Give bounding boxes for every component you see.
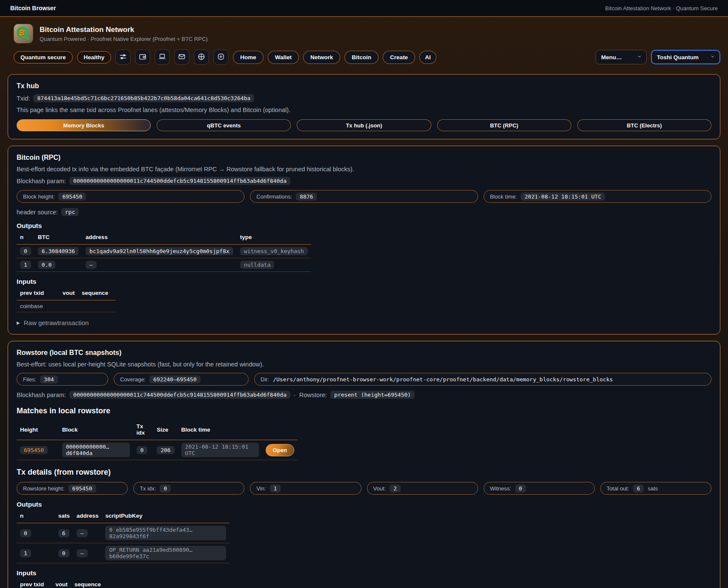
mail-button[interactable] [174, 49, 189, 65]
nav-home[interactable]: Home [233, 51, 264, 64]
dir-value: /Users/anthony/proofnet-browser-work/pro… [273, 375, 616, 383]
rowstore-outputs-heading: Outputs [17, 501, 711, 508]
wallet-button[interactable] [135, 49, 150, 65]
laptop-icon [158, 52, 166, 62]
sliders-icon [119, 52, 127, 62]
dir-pill: Dir: /Users/anthony/proofnet-browser-wor… [254, 373, 711, 386]
bitcoin-rpc-title: Bitcoin (RPC) [17, 154, 711, 161]
table-row: 0 6 — 0 eb585e955f9bff43defa43…82a929843… [17, 523, 229, 543]
files-value: 304 [40, 375, 57, 383]
page-title: Bitcoin Attestation Network [40, 26, 208, 34]
rpc-outputs-table: n BTC address type 0 6.30840936 bc1qadv9… [17, 231, 311, 272]
match-height: 695450 [20, 446, 48, 454]
blockhash-label: Blockhash param: [17, 392, 66, 398]
tab-btc-rpc[interactable]: BTC (RPC) [437, 119, 571, 131]
app-header: ₿ Bitcoin Attestation Network Quantum Po… [14, 24, 720, 43]
nav-wallet[interactable]: Wallet [268, 51, 299, 64]
rowstore-status-value: present (height=695450) [330, 391, 415, 399]
block-time-pill: Block time: 2021-08-12 18:15:01 UTC [484, 190, 711, 203]
blockhash-label: Blockhash param: [17, 178, 66, 184]
total-out-pill: Total out: 6 sats [600, 482, 711, 495]
table-row: 0 6.30840936 bc1qadv9a92ln0l58hh6g0e9jeu… [17, 245, 311, 258]
open-button[interactable]: Open [266, 444, 294, 456]
matches-table: Height Block Tx idx Size Block time 6954… [17, 421, 298, 460]
nav-ai[interactable]: AI [419, 51, 436, 64]
laptop-button[interactable] [155, 49, 170, 65]
block-height-pill: Block height: 695450 [17, 190, 244, 203]
txid-value: 874413a18e45bd5c71c6bc271650b85b422b7c0b… [33, 94, 254, 102]
wallet-icon [138, 52, 147, 62]
matches-heading: Matches in local rowstore [17, 406, 711, 415]
page-subtitle: Quantum Powered · Proofnet Native Explor… [40, 36, 208, 42]
nav-create[interactable]: Create [383, 51, 415, 64]
rpc-inputs-table: prev txid vout sequence coinbase [17, 287, 115, 312]
bitcoin-rpc-card: Bitcoin (RPC) Best-effort decoded tx inf… [8, 146, 720, 334]
rowstore-status-label: Rowstore: [299, 392, 327, 398]
block-height-value: 695450 [58, 193, 86, 201]
coverage-pill: Coverage: 692240–695450 [114, 373, 249, 386]
crosshair-globe-icon [197, 52, 206, 62]
tab-memory-blocks[interactable]: Memory Blocks [17, 119, 151, 131]
menu-select[interactable]: Menu… [596, 50, 647, 64]
top-bar: Bitcoin Browser Bitcoin Attestation Netw… [0, 0, 728, 17]
app-title: Bitcoin Browser [10, 5, 56, 12]
menu-select-value: Menu… [601, 54, 622, 61]
match-row: 695450 000000000000…d6f840da 0 206 2021-… [17, 440, 298, 460]
rpc-outputs-heading: Outputs [17, 222, 711, 230]
block-time-value: 2021-08-12 18:15:01 UTC [521, 193, 605, 201]
raw-getrawtransaction-toggle[interactable]: ▶ Raw getrawtransaction [17, 319, 711, 326]
tx-idx-pill: Tx idx: 0 [133, 482, 244, 495]
blockhash-value: 00000000000000000011c744500ddefcb5c91481… [69, 391, 290, 399]
tx-hub-card: Tx hub Txid: 874413a18e45bd5c71c6bc27165… [8, 74, 720, 139]
match-block-time: 2021-08-12 18:15:01 UTC [181, 443, 259, 457]
files-pill: Files: 304 [17, 373, 108, 386]
rpc-inputs-heading: Inputs [17, 278, 711, 285]
healthy-badge: Healthy [77, 51, 112, 63]
table-row: 1 0 — OP_RETURN aa21a9ed500890…b60de99fe… [17, 543, 229, 563]
mail-icon [178, 52, 186, 62]
nav-network[interactable]: Network [303, 51, 340, 64]
toolbar: Quantum secure Healthy [14, 49, 720, 65]
confirmations-value: 8876 [296, 193, 317, 201]
witness-pill: Witness: 0 [484, 482, 595, 495]
sliders-button[interactable] [115, 49, 131, 65]
header-source-label: header source: [17, 209, 58, 216]
rowstore-card: Rowstore (local BTC snapshots) Best-effo… [8, 341, 720, 588]
match-size: 206 [157, 446, 174, 454]
rowstore-height-pill: Rowstore height: 695450 [17, 482, 128, 495]
table-row: 1 0.0 — nulldata [17, 258, 311, 272]
rowstore-description: Best-effort: uses local per-height SQLit… [17, 361, 711, 368]
tx-hub-title: Tx hub [17, 82, 711, 90]
bitcoin-rpc-description: Best-effort decoded tx info via the embe… [17, 166, 711, 173]
tab-qbtc-events[interactable]: qBTC events [157, 119, 291, 131]
account-select[interactable]: Toshi Quantum [651, 50, 720, 64]
vout-pill: Vout: 2 [367, 482, 478, 495]
nav-bitcoin[interactable]: Bitcoin [344, 51, 378, 64]
tab-btc-electrs[interactable]: BTC (Electrs) [577, 119, 711, 131]
table-row: coinbase [17, 300, 115, 312]
rowstore-inputs-table: prev txid vout sequence — 4294967295 [17, 579, 119, 588]
match-tx-idx: 0 [137, 446, 148, 454]
tab-tx-hub-json[interactable]: Tx hub (.json) [297, 119, 431, 131]
header-source-value: rpc [61, 208, 79, 216]
chevron-down-icon [710, 54, 715, 61]
crosshair-globe-button[interactable] [194, 49, 209, 65]
vin-pill: Vin: 1 [250, 482, 361, 495]
rowstore-inputs-heading: Inputs [17, 569, 711, 577]
blockhash-value: 00000000000000000011c744500ddefcb5c91481… [69, 177, 290, 185]
coverage-value: 692240–695450 [149, 375, 201, 383]
rowstore-title: Rowstore (local BTC snapshots) [17, 349, 711, 357]
rowstore-outputs-table: n sats address scriptPubKey 0 6 — 0 eb58… [17, 510, 229, 563]
tx-details-heading: Tx details (from rowstore) [17, 468, 711, 477]
notes-button[interactable] [213, 49, 229, 65]
tx-hub-tabs: Memory Blocks qBTC events Tx hub (.json)… [17, 119, 711, 131]
app-logo-icon: ₿ [14, 24, 33, 43]
triangle-right-icon: ▶ [17, 320, 20, 325]
confirmations-pill: Confirmations: 8876 [250, 190, 478, 203]
match-block: 000000000000…d6f840da [62, 443, 130, 457]
notes-icon [217, 52, 225, 62]
topbar-status: Bitcoin Attestation Network · Quantum Se… [605, 5, 718, 12]
quantum-secure-badge: Quantum secure [14, 51, 73, 63]
tx-hub-description: This page links the same txid across Pro… [17, 107, 711, 113]
account-select-value: Toshi Quantum [657, 54, 699, 61]
